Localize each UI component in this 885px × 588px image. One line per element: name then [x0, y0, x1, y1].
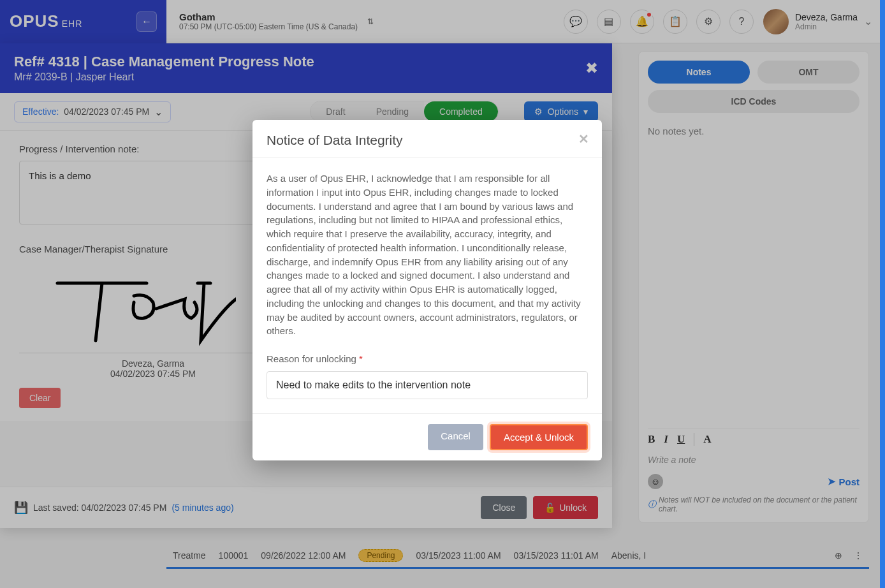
reason-input[interactable]	[267, 371, 588, 399]
modal-body: As a user of Opus EHR, I acknowledge tha…	[252, 158, 602, 413]
right-edge-accent	[880, 0, 885, 588]
accept-unlock-button[interactable]: Accept & Unlock	[490, 424, 588, 450]
modal-header: Notice of Data Integrity ✕	[252, 120, 602, 157]
required-asterisk: *	[359, 353, 363, 364]
modal-body-text: As a user of Opus EHR, I acknowledge tha…	[267, 172, 588, 338]
modal-footer: Cancel Accept & Unlock	[252, 413, 602, 460]
modal-title: Notice of Data Integrity	[267, 133, 588, 148]
modal-close-icon[interactable]: ✕	[578, 131, 589, 147]
reason-label: Reason for unlocking *	[267, 352, 588, 366]
data-integrity-modal: Notice of Data Integrity ✕ As a user of …	[252, 120, 602, 460]
cancel-button[interactable]: Cancel	[428, 424, 483, 450]
